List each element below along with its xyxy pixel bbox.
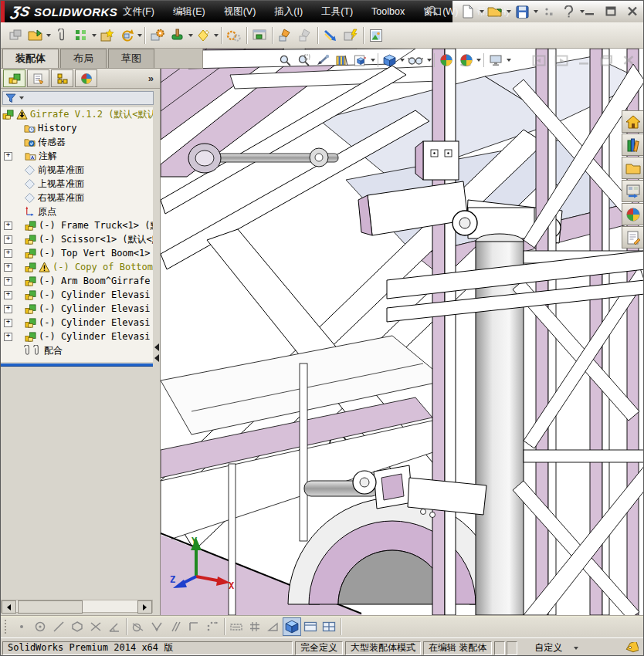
tab-assembly[interactable]: 装配体 — [2, 49, 59, 68]
property-manager-tab[interactable] — [27, 69, 49, 87]
hide-show-items-dropdown[interactable] — [427, 59, 432, 62]
scroll-right-button[interactable] — [137, 600, 152, 614]
expand-icon[interactable] — [4, 291, 12, 299]
home-icon[interactable] — [622, 110, 644, 133]
expand-icon[interactable] — [4, 263, 12, 272]
tab-sketch[interactable]: 草图 — [108, 49, 154, 68]
exploded-view-icon[interactable] — [275, 25, 295, 46]
snap-horizontal-vertical-icon[interactable] — [185, 617, 203, 636]
file-explorer-icon[interactable] — [622, 157, 644, 179]
snap-tangent-icon[interactable] — [129, 617, 147, 636]
mate-icon[interactable] — [51, 25, 71, 46]
scrollbar-track[interactable] — [83, 600, 137, 612]
expand-icon[interactable] — [4, 221, 12, 230]
snap-parallel-icon[interactable] — [166, 617, 185, 636]
tree-item-component[interactable]: (-) Arm Boom^Girrafe V.1.2 — [1, 274, 153, 288]
instant3d-icon[interactable] — [320, 25, 341, 46]
configuration-manager-tab[interactable] — [51, 69, 73, 87]
menu-tools[interactable]: 工具(T) — [314, 2, 361, 22]
status-custom[interactable]: 自定义 — [534, 641, 578, 654]
rollback-bar[interactable] — [1, 364, 153, 367]
tree-item-root[interactable]: Girrafe V.1.2 (默认<默认_ — [1, 107, 153, 121]
view-settings-dropdown[interactable] — [507, 59, 511, 62]
move-component-dropdown[interactable] — [137, 34, 142, 37]
split-horizontal-button[interactable] — [301, 617, 320, 636]
filter-dropdown[interactable] — [19, 96, 24, 100]
new-file-button[interactable] — [459, 3, 476, 20]
snap-angle-triangle-icon[interactable] — [264, 617, 283, 636]
snap-intersection-icon[interactable] — [86, 617, 105, 636]
featuremanager-tree-tab[interactable] — [3, 69, 25, 87]
new-file-dropdown[interactable] — [480, 10, 484, 13]
tree-item-component[interactable]: (-) Scissor<1> (默认<默认 — [1, 232, 153, 246]
panel-splitter[interactable] — [154, 340, 161, 365]
menu-window[interactable]: 窗口(W) — [415, 2, 466, 22]
apply-scene-icon[interactable] — [456, 51, 475, 69]
view-orientation-dropdown[interactable] — [371, 59, 375, 62]
design-library-icon[interactable] — [622, 134, 644, 156]
doc-restore-button[interactable] — [598, 52, 615, 68]
tree-item-component-warning[interactable]: (-) Copy of Bottom Ver — [1, 260, 153, 274]
restore-button[interactable] — [603, 4, 619, 18]
scroll-left-button[interactable] — [2, 600, 16, 614]
expand-icon[interactable] — [4, 319, 12, 327]
view-settings-icon[interactable] — [486, 51, 505, 69]
hide-show-items-icon[interactable] — [405, 51, 425, 69]
next-window-button[interactable] — [553, 52, 570, 68]
tree-horizontal-scrollbar[interactable] — [1, 600, 153, 613]
zoom-area-icon[interactable] — [295, 51, 313, 69]
snap-perpendicular-icon[interactable] — [147, 617, 166, 636]
open-file-dropdown[interactable] — [507, 10, 511, 13]
menu-insert[interactable]: 插入(I) — [266, 2, 310, 22]
display-style-dropdown[interactable] — [400, 59, 405, 62]
menu-view[interactable]: 视图(V) — [216, 2, 264, 22]
expand-icon[interactable] — [4, 235, 12, 244]
previous-window-button[interactable] — [530, 52, 547, 68]
snap-center-icon[interactable] — [31, 617, 49, 636]
search-icon[interactable] — [427, 5, 439, 17]
new-part-icon[interactable] — [193, 25, 213, 46]
view-orientation-icon[interactable] — [351, 51, 369, 69]
close-button[interactable] — [625, 4, 640, 18]
tree-filter-field[interactable] — [2, 91, 154, 105]
motion-study-icon[interactable] — [224, 25, 244, 46]
custom-properties-icon[interactable] — [622, 226, 644, 249]
snap-quadrant-icon[interactable] — [68, 617, 86, 636]
large-assembly-mode-icon[interactable] — [341, 25, 361, 46]
menu-toolbox[interactable]: Toolbox — [364, 3, 412, 20]
tree-item-component[interactable]: (-) Cylinder Elevasi Arm I — [1, 288, 153, 302]
menu-file[interactable]: 文件(F) — [115, 2, 162, 22]
expand-icon[interactable] — [4, 277, 12, 286]
expand-icon[interactable] — [4, 152, 12, 161]
zoom-fit-icon[interactable] — [276, 51, 294, 69]
tree-item-sensors[interactable]: 传感器 — [1, 135, 153, 149]
help-button[interactable] — [560, 3, 577, 20]
new-part-dropdown[interactable] — [214, 34, 219, 37]
tree-item-component[interactable]: (-) Top Vert Boom<1> (默认 — [1, 246, 153, 260]
view-previous-icon[interactable] — [314, 51, 332, 69]
edit-component-icon[interactable] — [5, 25, 25, 46]
snap-angle-icon[interactable] — [105, 617, 124, 636]
section-view-icon[interactable] — [333, 51, 351, 69]
tree-item-front-plane[interactable]: 前视基准面 — [1, 163, 153, 177]
custom-dropdown[interactable] — [574, 647, 578, 650]
display-style-icon[interactable] — [381, 51, 398, 69]
toolbar-drag-handle[interactable] — [4, 619, 8, 634]
tree-item-component[interactable]: (-) Cylinder Elevasi Scis — [1, 330, 153, 343]
assembly-features-icon[interactable] — [147, 25, 168, 46]
menu-edit[interactable]: 编辑(E) — [165, 2, 213, 22]
rebuild-button[interactable] — [541, 3, 558, 20]
apply-scene-dropdown[interactable] — [476, 59, 481, 62]
edit-appearance-icon[interactable] — [437, 51, 456, 69]
insert-components-icon[interactable] — [25, 25, 46, 46]
display-manager-tab[interactable] — [75, 69, 97, 87]
tag-icon[interactable] — [625, 642, 639, 654]
view-palette-icon[interactable] — [622, 180, 644, 202]
viewport-3d[interactable]: Y X Z — [161, 49, 644, 615]
scrollbar-thumb[interactable] — [18, 600, 83, 614]
linear-component-pattern-icon[interactable] — [71, 25, 91, 46]
minimize-button[interactable] — [581, 4, 597, 18]
tab-layout[interactable]: 布局 — [60, 49, 107, 68]
tree-item-top-plane[interactable]: 上视基准面 — [1, 177, 153, 191]
doc-close-button[interactable] — [620, 52, 637, 68]
